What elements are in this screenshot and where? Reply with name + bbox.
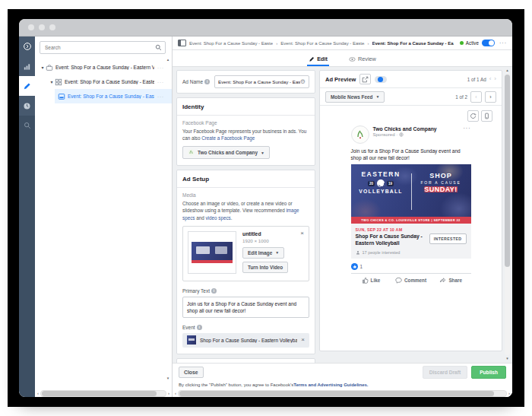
tree-search-input[interactable] bbox=[43, 44, 155, 51]
media-thumbnail[interactable] bbox=[188, 231, 236, 274]
media-meta: untitled 1920 × 1000 Edit Image ▼ Turn I… bbox=[242, 231, 288, 276]
tab-edit-label: Edit bbox=[317, 56, 328, 62]
history-icon-button[interactable] bbox=[19, 96, 35, 116]
turn-into-video-button[interactable]: Turn Into Video bbox=[242, 262, 288, 273]
content-vertical-scrollbar[interactable]: ▴ ▾ bbox=[504, 68, 511, 360]
post-menu-button[interactable]: ··· bbox=[464, 125, 471, 131]
gear-icon[interactable]: ⚙ bbox=[300, 79, 306, 85]
refresh-preview-button[interactable] bbox=[467, 110, 479, 122]
scroll-left-icon[interactable]: ‹ bbox=[37, 391, 39, 395]
performance-icon-button[interactable] bbox=[19, 56, 35, 76]
facebook-post-preview: Two Chicks and Company Sponsored · ··· bbox=[351, 125, 471, 284]
remove-event-icon[interactable]: × bbox=[301, 337, 305, 343]
next-ad-icon[interactable]: › bbox=[494, 76, 496, 82]
event-row[interactable]: Shop For a Cause Sunday - Eastern Volley… bbox=[182, 333, 309, 348]
interested-button[interactable]: INTERESTED bbox=[429, 233, 467, 244]
ad-image-banner: TWO CHICKS & CO. LOUISVILLE STORE | SEPT… bbox=[351, 217, 471, 224]
tree-item-label: Event: Shop For a Cause Sunday - Easter.… bbox=[68, 94, 154, 99]
ad-active-toggle[interactable] bbox=[482, 40, 495, 46]
scrollbar-track[interactable] bbox=[40, 390, 166, 397]
discard-draft-button[interactable]: Discard Draft bbox=[423, 366, 467, 379]
breadcrumb-adset[interactable]: Event: Shop For a Cause Sunday - Easte..… bbox=[280, 41, 364, 46]
create-page-link[interactable]: Create a Facebook Page bbox=[201, 135, 255, 141]
like-button[interactable]: Like bbox=[351, 277, 391, 284]
info-icon[interactable]: i bbox=[197, 325, 202, 330]
scrollbar-thumb[interactable] bbox=[42, 391, 157, 396]
info-icon[interactable]: i bbox=[204, 79, 210, 84]
tab-review[interactable]: Review bbox=[347, 56, 378, 66]
status-label: Active bbox=[466, 40, 479, 46]
ad-creative-image[interactable]: EASTERN 20 19 VOLLEYBALL bbox=[351, 164, 471, 224]
post-event-card[interactable]: SUN, SEP 22 AT 10 AM Shop For a Cause Su… bbox=[351, 224, 471, 259]
tree-search-box[interactable] bbox=[40, 41, 166, 54]
sidebar-toggle-icon[interactable] bbox=[178, 40, 186, 46]
eye-icon bbox=[349, 56, 356, 62]
edit-icon-button[interactable] bbox=[19, 76, 35, 96]
scrollbar-thumb[interactable] bbox=[505, 75, 510, 267]
window-zoom-dot[interactable] bbox=[49, 24, 55, 30]
window-close-dot[interactable] bbox=[28, 24, 34, 30]
navigate-icon-button[interactable] bbox=[19, 37, 35, 56]
advanced-preview-toggle[interactable] bbox=[375, 76, 387, 83]
reactions-row[interactable]: 1 bbox=[351, 263, 471, 270]
page-selector-button[interactable]: Two Chicks and Company ▼ bbox=[182, 146, 270, 159]
comment-button[interactable]: Comment bbox=[391, 277, 431, 284]
tree-item-menu[interactable]: ··· bbox=[157, 94, 164, 99]
media-label: Media bbox=[182, 192, 309, 198]
main-horizontal-scrollbar[interactable]: ‹ › bbox=[173, 389, 512, 397]
editor-content: Ad Name i Event: Shop For a Cause Sunday… bbox=[173, 67, 512, 363]
terms-link[interactable]: Terms and Advertising Guidelines. bbox=[293, 383, 368, 387]
scrollbar-track[interactable] bbox=[505, 74, 510, 355]
ad-name-input[interactable]: Event: Shop For a Cause Sunday - Easter … bbox=[214, 75, 309, 88]
tab-edit[interactable]: Edit bbox=[307, 56, 329, 66]
info-icon[interactable]: i bbox=[211, 288, 217, 294]
facebook-page-description: Your Facebook Page represents your busin… bbox=[182, 128, 309, 141]
tree-vertical-scrollbar[interactable]: ▴ ▾ bbox=[165, 58, 171, 380]
identity-card: Identity Facebook Page Your Facebook Pag… bbox=[176, 97, 315, 166]
scroll-up-icon[interactable]: ▴ bbox=[506, 68, 508, 72]
send-to-phone-button[interactable] bbox=[481, 110, 492, 122]
page-avatar[interactable] bbox=[351, 125, 369, 144]
placement-selector-button[interactable]: Mobile News Feed ▼ bbox=[325, 91, 385, 103]
share-button[interactable]: Share bbox=[431, 277, 471, 284]
edit-image-button[interactable]: Edit Image ▼ bbox=[242, 247, 284, 259]
more-menu-button[interactable]: ··· bbox=[499, 40, 507, 46]
tree-item-menu[interactable]: ··· bbox=[157, 65, 164, 70]
preview-body: Two Chicks and Company Sponsored · ··· bbox=[320, 106, 502, 351]
tree-item-campaign[interactable]: ▾ Event: Shop For a Cause Sunday - Easte… bbox=[35, 60, 172, 75]
tree-item-ad-selected[interactable]: Event: Shop For a Cause Sunday - Easter.… bbox=[35, 89, 172, 103]
scroll-up-icon[interactable]: ▴ bbox=[167, 58, 169, 62]
primary-text-input[interactable]: Join us for a Shop For a Cause Sunday ev… bbox=[182, 297, 309, 318]
event-date: SUN, SEP 22 AT 10 AM bbox=[356, 227, 467, 232]
person-icon bbox=[356, 250, 360, 255]
tree-horizontal-scrollbar[interactable]: ‹ › bbox=[35, 389, 172, 397]
scroll-right-icon[interactable]: › bbox=[168, 391, 169, 395]
breadcrumb-campaign[interactable]: Event: Shop For a Cause Sunday - Easte..… bbox=[189, 41, 273, 46]
ad-image-eastern-text: EASTERN bbox=[351, 170, 411, 178]
next-page-button[interactable]: › bbox=[485, 91, 496, 103]
ad-name-value: Event: Shop For a Cause Sunday - Easter bbox=[218, 79, 300, 84]
breadcrumb-ad-current[interactable]: Event: Shop For a Cause Sunday - Ea... bbox=[372, 41, 454, 46]
scrollbar-thumb[interactable] bbox=[179, 391, 494, 396]
close-button[interactable]: Close bbox=[179, 367, 204, 378]
scroll-down-icon[interactable]: ▾ bbox=[506, 357, 508, 360]
search-rail-button[interactable] bbox=[19, 116, 35, 135]
publish-button[interactable]: Publish bbox=[471, 366, 506, 379]
scrollbar-track[interactable] bbox=[178, 390, 507, 397]
collapse-caret-icon[interactable]: ▾ bbox=[49, 79, 55, 84]
breadcrumb-separator: › bbox=[368, 41, 369, 46]
previous-page-button[interactable]: ‹ bbox=[470, 91, 482, 103]
scroll-right-icon[interactable]: › bbox=[508, 391, 510, 395]
remove-media-icon[interactable]: × bbox=[300, 230, 304, 237]
video-specs-link[interactable]: video specs bbox=[205, 215, 230, 221]
scroll-down-icon[interactable]: ▾ bbox=[167, 376, 169, 380]
share-preview-button[interactable] bbox=[359, 74, 371, 84]
collapse-caret-icon[interactable]: ▾ bbox=[40, 65, 46, 70]
scroll-left-icon[interactable]: ‹ bbox=[175, 391, 176, 395]
window-titlebar[interactable] bbox=[19, 19, 512, 37]
tree-item-menu[interactable]: ··· bbox=[157, 80, 164, 84]
previous-ad-icon[interactable]: ‹ bbox=[489, 76, 492, 82]
tree-item-adset[interactable]: ▾ Event: Shop For a Cause Sunday - Easte… bbox=[35, 75, 172, 89]
post-page-name[interactable]: Two Chicks and Company bbox=[373, 126, 458, 132]
window-minimize-dot[interactable] bbox=[39, 24, 45, 30]
